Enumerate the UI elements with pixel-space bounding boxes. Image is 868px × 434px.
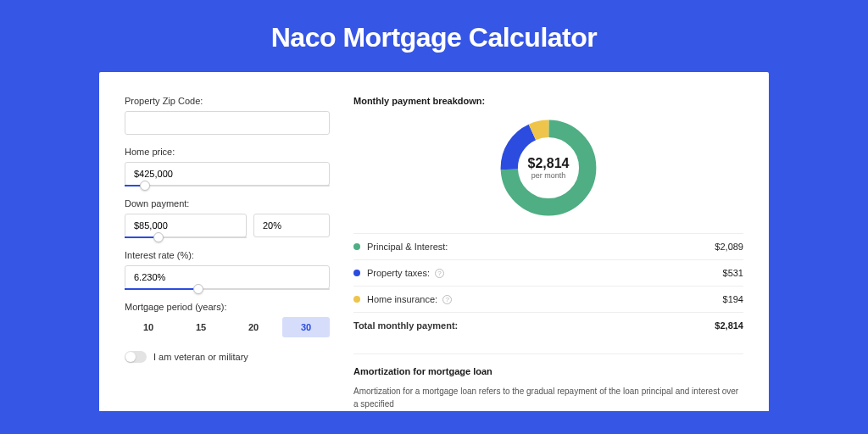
home-price-slider-thumb[interactable] <box>140 181 150 191</box>
amortization-section: Amortization for mortgage loan Amortizat… <box>353 353 743 410</box>
form-column: Property Zip Code: Home price: Down paym… <box>125 96 330 411</box>
legend-row-total: Total monthly payment:$2,814 <box>353 313 743 338</box>
interest-group: Interest rate (%): <box>125 250 330 290</box>
info-icon[interactable]: ? <box>435 269 444 278</box>
zip-group: Property Zip Code: <box>125 96 330 135</box>
legend-total-value: $2,814 <box>715 320 743 331</box>
legend-value: $194 <box>723 294 743 304</box>
donut-chart: $2,814 per month <box>353 116 743 220</box>
legend: Principal & Interest:$2,089Property taxe… <box>353 233 743 338</box>
home-price-slider[interactable] <box>125 185 330 186</box>
legend-value: $531 <box>723 268 743 278</box>
down-payment-group: Down payment: <box>125 198 330 238</box>
legend-label: Principal & Interest: <box>367 242 715 252</box>
calculator-card: Property Zip Code: Home price: Down paym… <box>99 72 769 411</box>
period-group: Mortgage period (years): 10152030 <box>125 302 330 337</box>
interest-slider-fill <box>125 288 198 290</box>
donut-center: $2,814 per month <box>528 156 570 180</box>
zip-input[interactable] <box>125 111 330 135</box>
breakdown-title: Monthly payment breakdown: <box>353 96 743 106</box>
legend-value: $2,089 <box>715 242 743 252</box>
donut-amount: $2,814 <box>528 156 570 171</box>
amortization-text: Amortization for a mortgage loan refers … <box>353 385 743 410</box>
home-price-label: Home price: <box>125 147 330 157</box>
interest-slider[interactable] <box>125 288 330 290</box>
zip-label: Property Zip Code: <box>125 96 330 106</box>
interest-slider-thumb[interactable] <box>193 284 203 294</box>
period-btn-20[interactable]: 20 <box>230 317 277 337</box>
info-icon[interactable]: ? <box>442 295 452 304</box>
home-price-group: Home price: <box>125 147 330 186</box>
legend-row-0: Principal & Interest:$2,089 <box>353 234 743 260</box>
legend-total-label: Total monthly payment: <box>353 320 715 331</box>
interest-input[interactable] <box>125 265 330 289</box>
down-payment-label: Down payment: <box>125 198 330 209</box>
veteran-toggle[interactable] <box>125 351 147 363</box>
legend-label: Home insurance:? <box>367 294 723 304</box>
period-btn-30[interactable]: 30 <box>282 317 330 337</box>
amortization-title: Amortization for mortgage loan <box>353 366 743 376</box>
legend-dot-icon <box>353 270 360 276</box>
legend-label: Property taxes:? <box>367 268 723 278</box>
down-payment-input[interactable] <box>125 214 247 237</box>
legend-row-1: Property taxes:?$531 <box>353 260 743 287</box>
legend-row-2: Home insurance:?$194 <box>353 287 743 313</box>
veteran-row: I am veteran or military <box>125 351 330 363</box>
period-btn-10[interactable]: 10 <box>125 317 172 337</box>
breakdown-column: Monthly payment breakdown: $2,814 per mo… <box>353 96 743 411</box>
donut-sub: per month <box>528 171 570 180</box>
down-payment-slider-thumb[interactable] <box>153 232 164 242</box>
page-title: Naco Mortgage Calculator <box>0 0 868 72</box>
down-payment-slider[interactable] <box>125 236 247 238</box>
legend-dot-icon <box>353 243 360 250</box>
down-payment-pct-input[interactable] <box>253 214 330 237</box>
period-btn-15[interactable]: 15 <box>177 317 225 337</box>
interest-label: Interest rate (%): <box>125 250 330 260</box>
period-label: Mortgage period (years): <box>125 302 330 312</box>
period-options: 10152030 <box>125 317 330 337</box>
legend-dot-icon <box>353 296 360 303</box>
home-price-input[interactable] <box>125 162 330 186</box>
veteran-label: I am veteran or military <box>153 352 248 362</box>
